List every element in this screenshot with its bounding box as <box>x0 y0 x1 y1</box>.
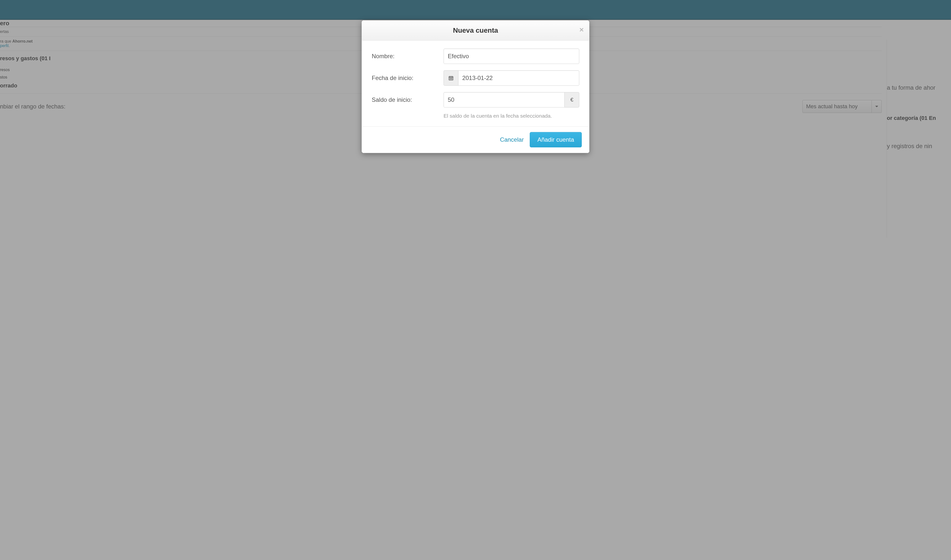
label-nombre: Nombre: <box>372 53 443 60</box>
svg-rect-7 <box>449 79 450 80</box>
input-saldo[interactable] <box>443 92 565 108</box>
new-account-modal: Nueva cuenta × Nombre: Fecha de inicio: <box>362 20 589 153</box>
modal-footer: Cancelar Añadir cuenta <box>362 126 589 153</box>
modal-body: Nombre: Fecha de inicio: <box>362 41 589 126</box>
label-saldo: Saldo de inicio: <box>372 96 443 103</box>
currency-addon: € <box>565 92 579 108</box>
svg-rect-6 <box>452 78 452 78</box>
svg-rect-4 <box>449 78 450 78</box>
form-row-fecha: Fecha de inicio: <box>372 70 579 86</box>
form-row-saldo: Saldo de inicio: € <box>372 92 579 108</box>
help-text: El saldo de la cuenta en la fecha selecc… <box>443 113 579 119</box>
svg-rect-8 <box>451 79 451 80</box>
close-icon[interactable]: × <box>579 26 584 34</box>
submit-button[interactable]: Añadir cuenta <box>530 132 582 148</box>
form-row-nombre: Nombre: <box>372 49 579 64</box>
calendar-icon[interactable] <box>443 70 458 86</box>
label-fecha: Fecha de inicio: <box>372 75 443 82</box>
input-nombre[interactable] <box>443 49 579 64</box>
svg-rect-9 <box>452 79 452 80</box>
input-fecha[interactable] <box>458 70 579 86</box>
modal-title: Nueva cuenta <box>369 26 582 34</box>
modal-header: Nueva cuenta × <box>362 20 589 41</box>
svg-rect-5 <box>451 78 451 78</box>
cancel-button[interactable]: Cancelar <box>500 136 524 143</box>
